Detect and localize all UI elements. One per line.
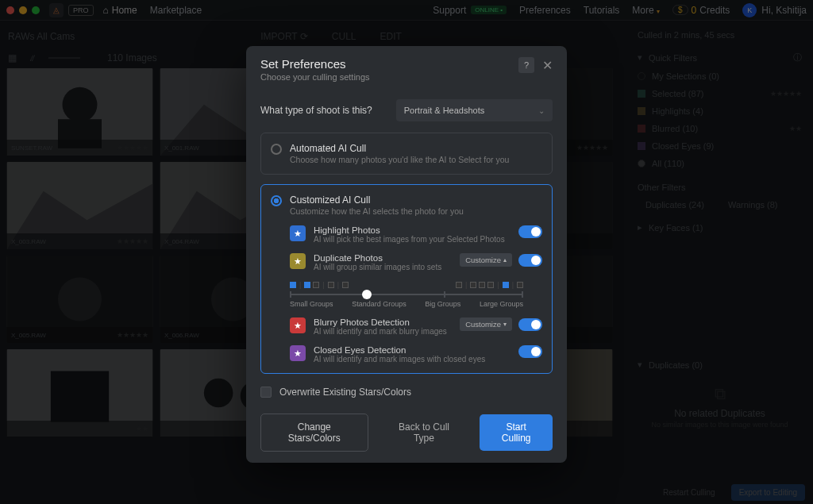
overwrite-label: Overwrite Existing Stars/Colors (279, 387, 411, 398)
toggle-duplicate[interactable] (518, 254, 542, 267)
option-customized[interactable]: Customized AI Cull Customize how the AI … (260, 184, 553, 374)
customize-label: Customize (465, 320, 501, 329)
group-size-slider[interactable] (290, 294, 523, 295)
toggle-blurry[interactable] (518, 318, 542, 331)
chevron-down-icon: ⌄ (538, 106, 545, 115)
start-culling-button[interactable]: Start Culling (480, 414, 553, 451)
shoot-type-select[interactable]: Portrait & Headshots ⌄ (396, 99, 553, 121)
customize-label: Customize (465, 256, 501, 264)
dialog-subtitle: Choose your culling settings (260, 72, 370, 82)
change-stars-button[interactable]: Change Stars/Colors (260, 414, 368, 452)
modal-overlay: Set Preferences Choose your culling sett… (0, 0, 813, 504)
automated-title: Automated AI Cull (290, 143, 509, 154)
duplicate-desc: AI will group similar images into sets (314, 263, 452, 271)
duplicate-title: Duplicate Photos (314, 253, 452, 263)
back-button[interactable]: Back to Cull Type (378, 414, 471, 451)
customize-blurry-button[interactable]: Customize▾ (460, 317, 512, 331)
star-icon: ★ (290, 345, 306, 361)
shoot-type-label: What type of shoot is this? (260, 105, 372, 116)
toggle-closed-eyes[interactable] (518, 345, 542, 358)
closed-eyes-title: Closed Eyes Detection (314, 345, 511, 355)
radio-customized[interactable] (271, 195, 282, 206)
slider-label-large: Large Groups (480, 300, 523, 308)
feature-blurry: ★ Blurry Photos Detection AI will identi… (290, 317, 542, 336)
highlight-title: Highlight Photos (314, 225, 511, 235)
toggle-highlight[interactable] (518, 225, 542, 238)
slider-thumb[interactable] (362, 290, 372, 299)
slider-label-small: Small Groups (290, 300, 333, 308)
radio-automated[interactable] (271, 144, 282, 155)
slider-label-standard: Standard Groups (352, 300, 406, 308)
customized-desc: Customize how the AI selects the photo f… (290, 206, 464, 216)
preferences-dialog: Set Preferences Choose your culling sett… (246, 46, 567, 463)
close-icon[interactable]: ✕ (542, 58, 553, 73)
feature-closed-eyes: ★ Closed Eyes Detection AI will identify… (290, 345, 542, 364)
star-icon: ★ (290, 253, 306, 269)
blurry-desc: AI will identify and mark blurry images (314, 327, 452, 336)
customized-title: Customized AI Cull (290, 194, 464, 206)
closed-eyes-desc: AI will identify and mark images with cl… (314, 355, 511, 364)
blurry-title: Blurry Photos Detection (314, 317, 452, 327)
feature-highlight: ★ Highlight Photos AI will pick the best… (290, 225, 542, 244)
chevron-up-icon: ▴ (503, 256, 507, 264)
group-size-slider-area: ||| ||| Small Groups Standard Groups Big… (290, 281, 523, 308)
dialog-title: Set Preferences (260, 57, 370, 71)
option-automated[interactable]: Automated AI Cull Choose how many photos… (260, 133, 553, 175)
automated-desc: Choose how many photos you'd like the AI… (290, 155, 509, 164)
feature-duplicate: ★ Duplicate Photos AI will group similar… (290, 253, 542, 271)
highlight-desc: AI will pick the best images from your S… (314, 235, 511, 244)
chevron-down-icon: ▾ (503, 321, 507, 328)
shoot-type-value: Portrait & Headshots (404, 106, 485, 115)
star-icon: ★ (290, 225, 306, 241)
overwrite-checkbox[interactable] (260, 387, 272, 398)
customize-duplicate-button[interactable]: Customize▴ (460, 253, 512, 267)
slider-label-big: Big Groups (425, 300, 460, 308)
star-icon: ★ (290, 317, 306, 333)
help-button[interactable]: ? (518, 57, 534, 73)
